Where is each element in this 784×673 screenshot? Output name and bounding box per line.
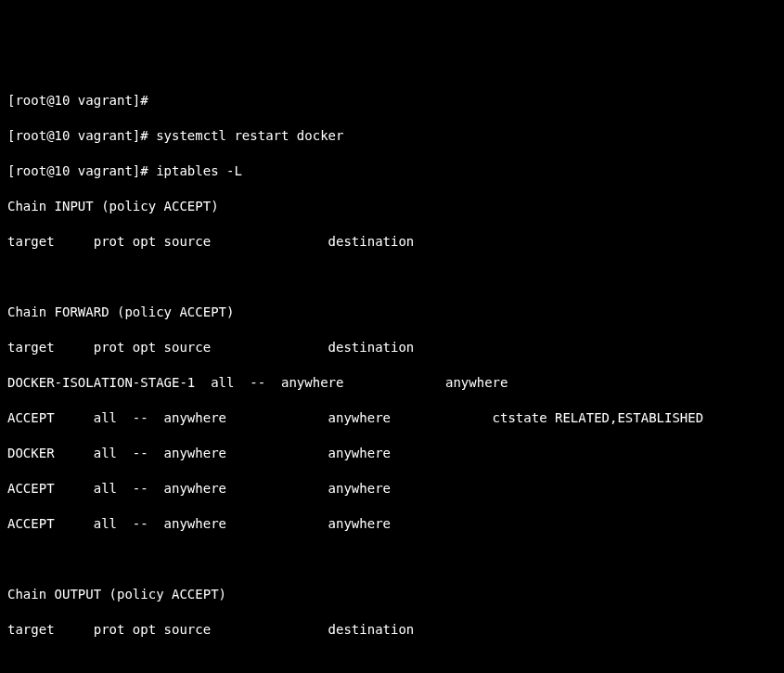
rule-row: DOCKER all -- anywhere anywhere [7,445,777,462]
chain-title: Chain OUTPUT (policy ACCEPT) [7,586,777,603]
chain-header: target prot opt source destination [7,233,777,251]
prompt: [root@10 vagrant]# [7,93,148,108]
blank-line [7,550,777,568]
prompt-line: [root@10 vagrant]# [7,92,777,110]
prompt-line: [root@10 vagrant]# iptables -L [7,162,777,180]
chain-title: Chain FORWARD (policy ACCEPT) [7,304,777,321]
blank-line [7,656,777,673]
blank-line [7,268,777,286]
chain-title: Chain INPUT (policy ACCEPT) [7,198,777,215]
rule-row: ACCEPT all -- anywhere anywhere [7,480,777,498]
prompt: [root@10 vagrant]# [7,163,148,178]
prompt-line: [root@10 vagrant]# systemctl restart doc… [7,127,777,145]
chain-header: target prot opt source destination [7,339,777,356]
typed-command: systemctl restart docker [156,128,343,143]
rule-row: ACCEPT all -- anywhere anywhere ctstate … [7,409,777,427]
terminal-output[interactable]: [root@10 vagrant]# [root@10 vagrant]# sy… [7,74,777,673]
rule-row: DOCKER-ISOLATION-STAGE-1 all -- anywhere… [7,374,777,392]
rule-row: ACCEPT all -- anywhere anywhere [7,515,777,533]
prompt: [root@10 vagrant]# [7,128,148,143]
chain-header: target prot opt source destination [7,621,777,639]
typed-command: iptables -L [156,163,242,178]
